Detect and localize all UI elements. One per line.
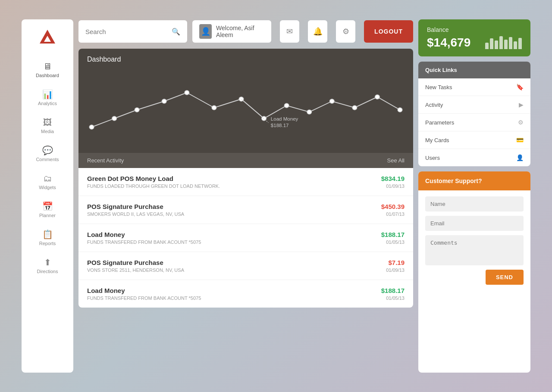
svg-point-11 <box>352 106 357 110</box>
activity-name: Green Dot POS Money Load <box>87 175 220 182</box>
svg-point-8 <box>284 103 289 108</box>
balance-bar <box>495 40 498 49</box>
mail-icon-button[interactable]: ✉ <box>280 20 299 43</box>
quick-link-users[interactable]: Users 👤 <box>418 149 530 166</box>
activity-row: POS Signature Purchase SMOKERS WORLD II,… <box>78 196 413 224</box>
activity-right: $7.19 01/09/13 <box>386 259 405 273</box>
activity-row: Load Money Funds Transfered From Bank Ac… <box>78 224 413 252</box>
svg-point-2 <box>135 108 139 112</box>
balance-bar <box>504 40 508 49</box>
balance-card: Balance $14,679 <box>418 19 530 56</box>
svg-point-5 <box>212 106 216 110</box>
activity-right: $450.39 01/07/13 <box>381 203 405 217</box>
activity-row: Green Dot POS Money Load Funds loaded th… <box>78 168 413 196</box>
reports-icon: 📋 <box>42 230 53 239</box>
dashboard-icon: 🖥 <box>43 62 52 71</box>
svg-point-4 <box>185 90 189 95</box>
activity-row: Load Money Funds Transfered From Bank Ac… <box>78 280 413 308</box>
activity-info: POS Signature Purchase VONS STORE 2511, … <box>87 259 184 273</box>
sidebar-label-planner: Planner <box>39 213 56 218</box>
sidebar: 🖥 Dashboard 📊 Analytics 🖼 Media 💬 Commen… <box>22 19 73 373</box>
search-icon[interactable]: 🔍 <box>172 28 180 36</box>
activity-info: POS Signature Purchase SMOKERS WORLD II,… <box>87 203 184 217</box>
search-input[interactable] <box>85 28 167 35</box>
svg-point-3 <box>162 99 166 103</box>
balance-bar <box>499 36 503 49</box>
sidebar-item-directions[interactable]: ⬆ Directions <box>22 252 73 280</box>
activity-name: Load Money <box>87 231 201 238</box>
quick-link-label: Parameters <box>425 119 454 126</box>
svg-point-1 <box>112 116 117 121</box>
media-icon: 🖼 <box>43 118 52 127</box>
activity-amount: $834.19 <box>381 175 405 182</box>
user-name: Welcome, Asif Aleem <box>216 25 264 38</box>
planner-icon: 📅 <box>42 202 53 211</box>
activity-desc: VONS STORE 2511, HENDERSON, NV, USA <box>87 268 184 273</box>
quick-link-label: New Tasks <box>425 84 452 90</box>
sidebar-item-planner[interactable]: 📅 Planner <box>22 196 73 224</box>
sidebar-item-analytics[interactable]: 📊 Analytics <box>22 84 73 112</box>
sidebar-item-widgets[interactable]: 🗂 Widgets <box>22 168 73 196</box>
quick-link-icon: 💳 <box>516 137 524 143</box>
chart-container: Load Money $188.17 <box>87 67 405 153</box>
activity-info: Load Money Funds Transfered From Bank Ac… <box>87 231 201 245</box>
activity-desc: Funds Transfered From Bank Acount *5075 <box>87 296 201 301</box>
activity-desc: Funds Transfered From Bank Acount *5075 <box>87 240 201 245</box>
activity-row: POS Signature Purchase VONS STORE 2511, … <box>78 252 413 280</box>
balance-bar <box>514 41 517 49</box>
main-area: 🔍 👤 Welcome, Asif Aleem ✉ 🔔 ⚙ LOGOUT Das… <box>73 19 418 373</box>
support-header: Customer Support? <box>418 171 530 190</box>
recent-activity-header: Recent Activity See All <box>78 153 413 168</box>
activity-amount: $7.19 <box>386 259 405 266</box>
svg-point-0 <box>89 125 94 129</box>
activity-right: $834.19 01/09/13 <box>381 175 405 189</box>
sidebar-label-analytics: Analytics <box>38 101 57 106</box>
sidebar-item-dashboard[interactable]: 🖥 Dashboard <box>22 56 73 84</box>
activity-desc: SMOKERS WORLD II, LAS VEGAS, NV, USA <box>87 212 184 217</box>
activity-date: 01/05/13 <box>381 296 405 301</box>
support-name-input[interactable] <box>425 196 524 212</box>
logout-button[interactable]: LOGOUT <box>364 20 413 43</box>
sidebar-item-comments[interactable]: 💬 Comments <box>22 140 73 168</box>
notification-icon-button[interactable]: 🔔 <box>308 20 327 43</box>
support-send-button[interactable]: SEND <box>486 270 524 285</box>
quick-link-my-cards[interactable]: My Cards 💳 <box>418 131 530 149</box>
activity-date: 01/05/13 <box>381 240 405 245</box>
dashboard-panel: Dashboard <box>78 49 413 308</box>
balance-bar <box>509 37 512 49</box>
quick-links-list: New Tasks 🔖 Activity ▶ Parameters ⚙ My C… <box>418 78 530 166</box>
see-all-link[interactable]: See All <box>387 157 405 164</box>
activity-amount: $188.17 <box>381 231 405 238</box>
sidebar-item-media[interactable]: 🖼 Media <box>22 112 73 140</box>
sidebar-label-dashboard: Dashboard <box>36 73 59 78</box>
quick-link-icon: 👤 <box>516 154 524 161</box>
balance-amount: $14,679 <box>427 36 470 50</box>
quick-link-parameters[interactable]: Parameters ⚙ <box>418 114 530 131</box>
activity-amount: $450.39 <box>381 203 405 210</box>
activity-name: Load Money <box>87 287 201 294</box>
balance-bar-chart <box>485 36 522 49</box>
right-panel: Balance $14,679 Quick Links New Tasks 🔖 … <box>418 19 530 373</box>
activity-name: POS Signature Purchase <box>87 203 184 210</box>
support-email-input[interactable] <box>425 216 524 231</box>
settings-icon-button[interactable]: ⚙ <box>336 20 355 43</box>
quick-link-new-tasks[interactable]: New Tasks 🔖 <box>418 78 530 96</box>
avatar: 👤 <box>199 24 212 39</box>
quick-link-activity[interactable]: Activity ▶ <box>418 96 530 114</box>
balance-amount-row: $14,679 <box>427 36 522 50</box>
quick-link-icon: 🔖 <box>516 84 524 90</box>
dashboard-chart-section: Dashboard <box>78 49 413 153</box>
sidebar-item-reports[interactable]: 📋 Reports <box>22 224 73 252</box>
comments-icon: 💬 <box>42 146 53 155</box>
quick-link-label: Activity <box>425 102 443 108</box>
line-chart: Load Money $188.17 <box>87 67 405 153</box>
sidebar-logo <box>37 26 58 47</box>
sidebar-nav: 🖥 Dashboard 📊 Analytics 🖼 Media 💬 Commen… <box>22 56 73 366</box>
balance-bar <box>490 38 493 49</box>
svg-point-10 <box>330 99 335 103</box>
header: 🔍 👤 Welcome, Asif Aleem ✉ 🔔 ⚙ LOGOUT <box>78 19 413 44</box>
activity-right: $188.17 01/05/13 <box>381 231 405 245</box>
quick-link-icon: ⚙ <box>518 119 524 126</box>
activity-info: Green Dot POS Money Load Funds loaded th… <box>87 175 220 189</box>
support-comments-input[interactable] <box>425 235 524 265</box>
